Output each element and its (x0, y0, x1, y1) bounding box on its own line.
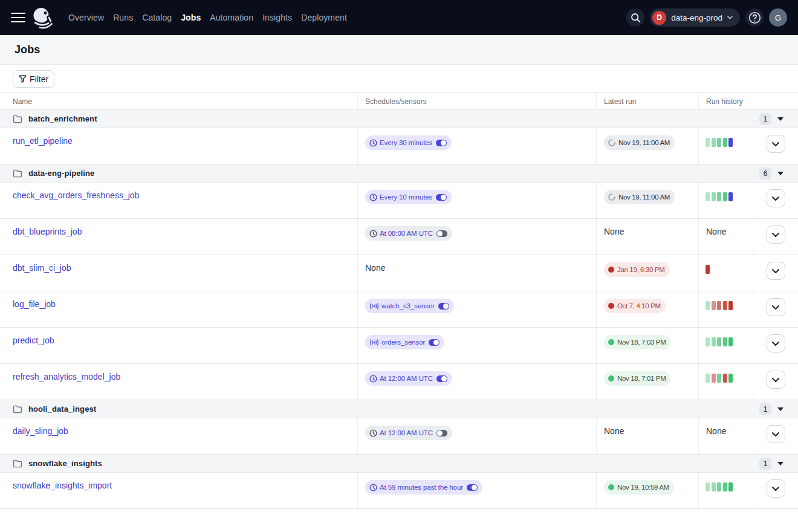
nav-item-runs[interactable]: Runs (113, 13, 133, 22)
run-pez-failure[interactable] (712, 374, 716, 383)
group-collapse-button[interactable] (776, 406, 785, 412)
search-button[interactable] (626, 8, 644, 27)
run-pez-success[interactable] (728, 337, 733, 346)
expand-row-button[interactable] (767, 225, 785, 244)
schedule-tag[interactable]: At 12:00 AM UTC (365, 371, 452, 386)
schedule-tag[interactable]: At 59 minutes past the hour (365, 480, 482, 495)
schedule-tag[interactable]: At 08:00 AM UTC (365, 226, 452, 241)
job-link[interactable]: log_file_job (13, 299, 56, 309)
run-pez-failure[interactable] (706, 265, 710, 274)
expand-row-button[interactable] (767, 334, 785, 352)
run-pez-success[interactable] (728, 482, 733, 491)
chevron-down-icon (772, 487, 779, 491)
sensor-tag[interactable]: watch_s3_sensor (365, 299, 454, 313)
run-pez-started[interactable] (728, 192, 733, 201)
schedule-tag[interactable]: At 12:00 AM UTC (365, 426, 452, 440)
nav-item-catalog[interactable]: Catalog (142, 13, 172, 22)
nav-item-jobs[interactable]: Jobs (181, 13, 201, 22)
expand-row-button[interactable] (767, 298, 785, 316)
run-pez-success[interactable] (728, 374, 733, 383)
run-pez-success[interactable] (717, 482, 721, 491)
run-pez-failure[interactable] (712, 301, 716, 310)
run-pez-success[interactable] (723, 138, 727, 147)
schedule-toggle[interactable] (467, 484, 478, 491)
schedule-toggle[interactable] (436, 194, 447, 201)
schedule-label: At 08:00 AM UTC (380, 230, 433, 237)
status-dot (608, 339, 614, 345)
run-pez-success[interactable] (706, 192, 710, 201)
expand-row-button[interactable] (767, 135, 785, 153)
run-pez-success[interactable] (723, 192, 727, 201)
expand-row-button[interactable] (767, 479, 785, 498)
dagster-logo[interactable] (32, 7, 54, 31)
job-link[interactable]: daily_sling_job (13, 426, 68, 436)
nav-item-automation[interactable]: Automation (210, 13, 253, 22)
run-pez-success[interactable] (723, 482, 727, 491)
group-collapse-button[interactable] (776, 116, 785, 122)
job-link[interactable]: predict_job (13, 336, 54, 345)
group-collapse-button[interactable] (776, 461, 785, 467)
clock-icon (369, 139, 377, 147)
expand-row-button[interactable] (767, 425, 785, 443)
sensor-tag[interactable]: orders_sensor (365, 335, 444, 349)
run-pez-success[interactable] (717, 138, 721, 147)
run-pez-success[interactable] (706, 482, 710, 491)
latest-run-tag[interactable]: Oct 7, 4:10 PM (604, 299, 666, 313)
run-pez-success[interactable] (712, 337, 716, 346)
latest-run-tag[interactable]: Nov 19, 11:00 AM (604, 135, 675, 150)
run-pez-failure[interactable] (723, 374, 727, 383)
job-link[interactable]: check_avg_orders_freshness_job (13, 190, 139, 200)
run-pez-success[interactable] (717, 374, 721, 383)
run-history (706, 371, 745, 383)
filter-button[interactable]: Filter (13, 70, 54, 88)
run-history (706, 335, 745, 346)
schedule-toggle[interactable] (436, 430, 447, 436)
run-pez-failure[interactable] (723, 301, 727, 310)
nav-item-overview[interactable]: Overview (68, 13, 104, 22)
help-button[interactable] (745, 8, 764, 27)
menu-icon[interactable] (11, 10, 25, 25)
run-pez-success[interactable] (706, 301, 710, 310)
run-pez-failure[interactable] (728, 301, 733, 310)
run-pez-success[interactable] (717, 337, 721, 346)
nav-item-deployment[interactable]: Deployment (301, 13, 347, 22)
expand-row-button[interactable] (767, 189, 785, 207)
schedule-tag[interactable]: Every 30 minutes (365, 135, 452, 150)
user-avatar[interactable]: G (769, 8, 787, 27)
run-history (706, 190, 745, 201)
schedule-toggle[interactable] (436, 230, 447, 237)
job-link[interactable]: snowflake_insights_import (13, 481, 112, 490)
group-collapse-button[interactable] (776, 170, 785, 177)
schedule-toggle[interactable] (436, 375, 447, 382)
schedule-label: At 12:00 AM UTC (380, 429, 433, 436)
run-pez-success[interactable] (706, 374, 710, 383)
latest-run-tag[interactable]: Jan 19, 6:30 PM (604, 262, 670, 277)
latest-run-tag[interactable]: Nov 18, 7:03 PM (604, 335, 670, 349)
run-pez-success[interactable] (717, 192, 721, 201)
run-pez-success[interactable] (712, 138, 716, 147)
run-pez-success[interactable] (723, 337, 727, 346)
expand-row-button[interactable] (767, 371, 785, 389)
caret-down-icon (777, 172, 783, 175)
job-link[interactable]: dbt_slim_ci_job (13, 263, 71, 273)
sensor-toggle[interactable] (438, 303, 449, 310)
run-pez-failure[interactable] (717, 301, 721, 310)
job-link[interactable]: run_etl_pipeline (13, 136, 73, 146)
column-header-run-history: Run history (698, 93, 753, 109)
nav-item-insights[interactable]: Insights (262, 13, 292, 22)
run-pez-started[interactable] (728, 138, 733, 147)
run-pez-success[interactable] (706, 337, 710, 346)
deployment-switcher[interactable]: D data-eng-prod (650, 8, 740, 27)
latest-run-tag[interactable]: Nov 19, 10:59 AM (604, 480, 674, 495)
expand-row-button[interactable] (767, 262, 785, 280)
run-pez-success[interactable] (712, 192, 716, 201)
latest-run-tag[interactable]: Nov 19, 11:00 AM (604, 190, 675, 204)
schedule-toggle[interactable] (436, 140, 447, 146)
job-link[interactable]: dbt_blueprints_job (13, 227, 82, 236)
run-pez-success[interactable] (712, 482, 716, 491)
schedule-tag[interactable]: Every 10 minutes (365, 190, 452, 204)
sensor-toggle[interactable] (429, 339, 440, 346)
run-pez-success[interactable] (706, 138, 710, 147)
job-link[interactable]: refresh_analytics_model_job (13, 372, 120, 381)
latest-run-tag[interactable]: Nov 18, 7:01 PM (604, 371, 670, 386)
